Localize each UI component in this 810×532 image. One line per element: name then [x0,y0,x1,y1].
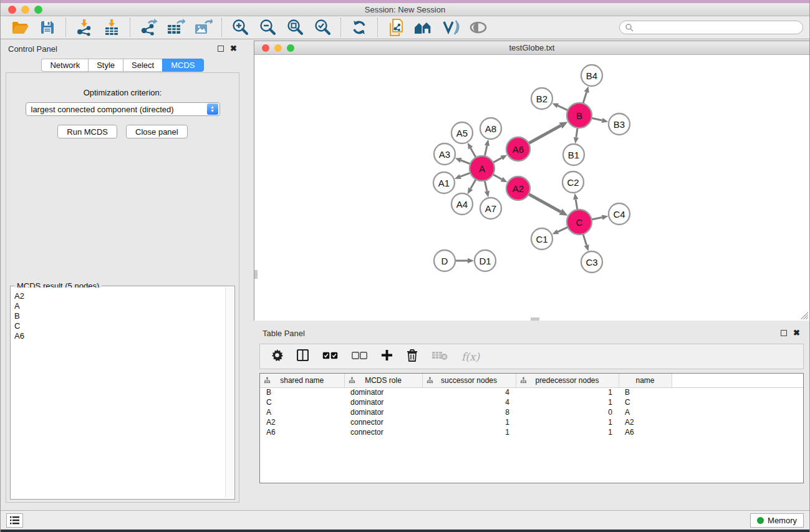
vertical-scroll-nub[interactable] [254,270,258,279]
node-A5[interactable]: A5 [451,122,473,143]
node-A3[interactable]: A3 [434,143,455,165]
table-cell-predecessor-nodes[interactable]: 1 [516,387,619,397]
table-cell--filler[interactable] [672,397,803,407]
col-predecessor-nodes[interactable]: predecessor nodes [516,374,619,387]
edge-A-A1[interactable] [455,173,470,179]
table-cell-mcds-role[interactable]: connector [344,427,422,437]
table-row[interactable]: A2connector11A2 [260,417,803,427]
search-input[interactable] [634,23,798,32]
show-graphics-details-icon[interactable] [440,18,461,37]
network-maximize-button[interactable] [287,44,294,52]
col-mcds-role[interactable]: MCDS role [344,374,422,387]
table-cell--filler[interactable] [672,407,803,417]
table-cell-mcds-role[interactable]: connector [344,417,422,427]
table-cell-successor-nodes[interactable]: 4 [422,387,516,397]
table-cell-shared-name[interactable]: A6 [260,427,344,437]
network-close-button[interactable] [262,44,269,52]
horizontal-scroll-nub[interactable] [531,317,539,321]
edge-B-B4[interactable] [583,86,589,104]
network-graph[interactable]: AA1A3A4A5A7A8A6A2BB1B2B3B4CC1C2C3C4DD1 [254,55,809,321]
table-row[interactable]: Bdominator41B [260,387,803,397]
node-D[interactable]: D [434,250,455,271]
table-cell-name[interactable]: A6 [619,427,672,437]
node-B3[interactable]: B3 [609,114,630,135]
refresh-icon[interactable] [349,18,370,37]
node-B2[interactable]: B2 [531,88,552,109]
float-table-panel-icon[interactable] [781,330,787,336]
table-cell-shared-name[interactable]: A2 [260,417,344,427]
delete-table-icon[interactable] [432,351,448,363]
edge-A-A8[interactable] [485,140,489,157]
result-item[interactable]: A6 [14,331,222,341]
edge-A-A7[interactable] [485,181,489,198]
export-table-icon[interactable] [165,18,186,37]
node-D1[interactable]: D1 [475,250,496,271]
node-A7[interactable]: A7 [480,198,501,219]
mcds-result-list[interactable]: A2ABCA6 [12,288,224,498]
zoom-fit-icon[interactable] [284,18,306,37]
network-canvas[interactable]: AA1A3A4A5A7A8A6A2BB1B2B3B4CC1C2C3C4DD1 [254,55,809,321]
table-cell-shared-name[interactable]: B [260,387,344,397]
tab-mcds[interactable]: MCDS [162,59,203,72]
table-cell-successor-nodes[interactable]: 1 [422,417,516,427]
edge-C-C1[interactable] [552,227,567,234]
table-cell-name[interactable]: B [619,387,672,397]
table-cell-name[interactable]: A [619,407,672,417]
node-B1[interactable]: B1 [563,144,584,165]
table-cell-mcds-role[interactable]: dominator [344,387,422,397]
edge-D-D1[interactable] [455,258,474,263]
table-cell-predecessor-nodes[interactable]: 1 [516,417,619,427]
table-cell-name[interactable]: C [619,397,672,407]
memory-button[interactable]: Memory [750,513,804,528]
tab-network[interactable]: Network [41,59,88,72]
edge-C-C2[interactable] [573,193,578,210]
node-A4[interactable]: A4 [451,193,473,215]
show-hide-eye-icon[interactable] [468,18,489,37]
table-cell-predecessor-nodes[interactable]: 0 [516,407,619,417]
col-name[interactable]: name [619,374,672,387]
node-B[interactable]: B [567,103,592,128]
result-scrollbar[interactable] [225,288,233,498]
table-cell-shared-name[interactable]: C [260,397,344,407]
clone-network-icon[interactable] [385,18,407,37]
table-row[interactable]: A6connector11A6 [260,427,803,437]
table-cell-successor-nodes[interactable]: 4 [422,397,516,407]
node-C3[interactable]: C3 [581,251,602,273]
node-A[interactable]: A [470,156,494,181]
select-all-icon[interactable] [322,351,338,362]
col-shared-name[interactable]: shared name [260,374,344,387]
tab-select[interactable]: Select [123,59,162,72]
import-network-icon[interactable] [74,18,95,37]
table-row[interactable]: Adominator80A [260,407,803,417]
node-B4[interactable]: B4 [581,65,602,86]
export-network-icon[interactable] [138,18,159,37]
result-item[interactable]: B [14,311,222,321]
table-cell-mcds-role[interactable]: dominator [344,397,422,407]
first-neighbors-icon[interactable] [413,18,434,37]
network-window-titlebar[interactable]: testGlobe.txt [254,41,809,55]
node-C[interactable]: C [567,210,592,235]
edge-C-C4[interactable] [592,215,609,220]
table-cell-name[interactable]: A2 [619,417,672,427]
edge-A-A3[interactable] [455,158,471,164]
edge-C-C3[interactable] [583,234,589,251]
node-A6[interactable]: A6 [506,137,530,161]
resize-grip[interactable] [801,312,808,319]
edge-A6-B[interactable] [529,122,568,143]
table-cell--filler[interactable] [672,417,803,427]
edge-A-A4[interactable] [468,179,476,194]
edge-B-B2[interactable] [552,103,567,110]
edge-B-B3[interactable] [592,118,609,123]
node-A2[interactable]: A2 [506,177,530,200]
table-cell-mcds-role[interactable]: dominator [344,407,422,417]
close-panel-button[interactable]: Close panel [126,125,188,138]
import-table-icon[interactable] [101,18,122,37]
edge-A-A5[interactable] [468,143,476,158]
table-cell-predecessor-nodes[interactable]: 1 [516,397,619,407]
minimize-window-button[interactable] [21,6,29,14]
edge-A2-C[interactable] [529,194,568,216]
run-mcds-button[interactable]: Run MCDS [57,125,117,138]
edge-A-A6[interactable] [493,155,508,162]
table-cell-successor-nodes[interactable]: 1 [422,427,516,437]
zoom-selected-icon[interactable] [312,18,333,37]
